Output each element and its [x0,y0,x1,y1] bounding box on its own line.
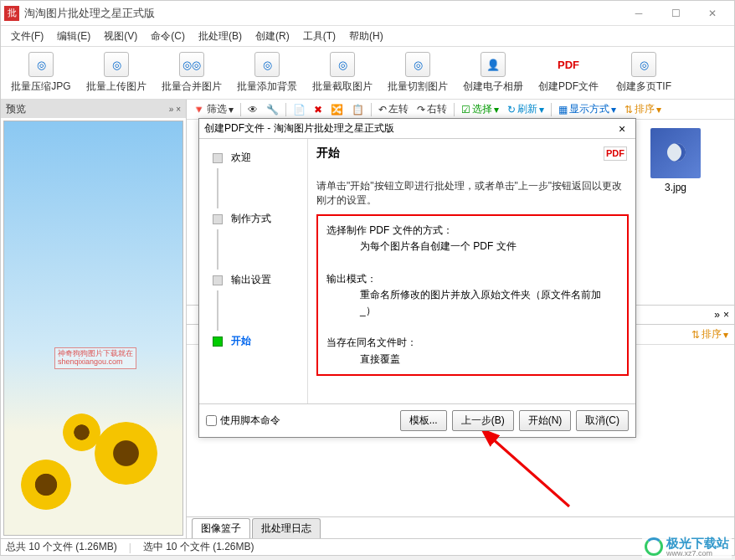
toolbar-add-bg[interactable]: ◎批量添加背景 [230,49,304,96]
image-icon: ◎◎ [179,52,204,77]
toolbar-crop[interactable]: ◎批量截取图片 [306,49,379,96]
display-mode-button[interactable]: ▦显示方式 ▾ [555,100,619,118]
use-script-checkbox[interactable]: 使用脚本命令 [206,414,395,428]
swirl-icon [645,537,663,556]
image-icon: 👤 [481,52,506,77]
image-icon: ◎ [28,52,54,77]
toggle-icon[interactable]: 🔀 [327,102,347,117]
menu-edit[interactable]: 编辑(E) [50,27,97,46]
toolbar-compress-jpg[interactable]: ◎批量压缩JPG [4,49,78,96]
image-icon: ◎ [631,52,656,77]
status-total: 总共 10 个文件 (1.26MB) [6,540,117,554]
tool-icon[interactable]: 🔧 [263,102,282,117]
menu-file[interactable]: 文件(F) [4,27,50,46]
menu-batch[interactable]: 批处理(B) [192,27,249,46]
step-output[interactable]: 输出设置 [204,273,307,287]
dialog-title: 创建PDF文件 - 淘淘图片批处理之星正式版 [204,121,614,136]
menu-view[interactable]: 视图(V) [97,27,144,46]
preview-image[interactable]: 神奇狗狗图片下载就在 shenqixiangou.com [3,121,183,536]
preview-panel: 预览 » × 神奇狗狗图片下载就在 shenqixiangou.com [1,100,187,538]
step-start[interactable]: 开始 [204,334,307,348]
pdf-icon: PDF [556,52,581,77]
filter-button[interactable]: 🔻筛选 ▾ [189,100,237,118]
select-button[interactable]: ☑选择 ▾ [458,100,502,118]
preview-header: 预览 » × [1,100,186,118]
toolbar-slice[interactable]: ◎批量切割图片 [381,49,455,96]
sort-button-2[interactable]: ⇅排序 ▾ [688,326,732,343]
prev-button[interactable]: 上一步(B) [452,410,514,431]
tab-batch-log[interactable]: 批处理日志 [252,518,321,538]
image-icon: ◎ [254,52,280,77]
toolbar-create-pdf[interactable]: PDF创建PDF文件 [532,49,605,96]
window-title: 淘淘图片批处理之星正式版 [24,6,620,21]
chevron-icon[interactable]: » [714,309,720,321]
tab-image-basket[interactable]: 图像篮子 [192,518,250,538]
menu-tools[interactable]: 工具(T) [296,27,342,46]
status-selected: 选中 10 个文件 (1.26MB) [143,540,254,554]
dialog-header: 开始 PDF [308,139,635,167]
dialog-titlebar: 创建PDF文件 - 淘淘图片批处理之星正式版 × [199,119,635,139]
close-button[interactable]: ✕ [694,2,731,25]
maximize-button[interactable]: ☐ [657,2,694,25]
watermark: 神奇狗狗图片下载就在 shenqixiangou.com [54,347,136,369]
chevron-down-icon[interactable]: » × [169,105,181,114]
dialog-summary-box: 选择制作 PDF 文件的方式： 为每个图片各自创建一个 PDF 文件 输出模式：… [316,214,629,376]
copy-icon[interactable]: 📄 [290,102,309,117]
delete-icon[interactable]: ✖ [311,102,326,117]
menu-command[interactable]: 命令(C) [144,27,192,46]
start-button[interactable]: 开始(N) [519,410,572,431]
thumbnail-image [650,128,701,178]
thumbnail-toolbar: 🔻筛选 ▾ 👁 🔧 📄 ✖ 🔀 📋 ↶左转 ↷右转 ☑选择 ▾ ↻刷新 ▾ ▦显… [187,100,734,120]
toolbar-merge[interactable]: ◎◎批量合并图片 [155,49,229,96]
dialog-heading: 开始 [316,146,604,161]
step-method[interactable]: 制作方式 [204,212,307,226]
image-icon: ◎ [405,52,430,77]
dialog-steps-nav: 欢迎 制作方式 输出设置 开始 [199,139,308,403]
brand-url: www.xz7.com [666,549,729,557]
menubar: 文件(F) 编辑(E) 视图(V) 命令(C) 批处理(B) 创建(R) 工具(… [1,26,734,46]
rotate-left-button[interactable]: ↶左转 [375,100,412,118]
sort-button[interactable]: ⇅排序 ▾ [621,100,665,118]
minimize-button[interactable]: ─ [620,2,657,25]
menu-create[interactable]: 创建(R) [249,27,296,46]
refresh-button[interactable]: ↻刷新 ▾ [504,100,547,118]
site-logo: 极光下载站 www.xz7.com [642,535,732,558]
dialog-close-button[interactable]: × [614,122,630,136]
rotate-right-button[interactable]: ↷右转 [414,100,450,118]
template-button[interactable]: 模板... [400,410,447,431]
main-toolbar: ◎批量压缩JPG ◎批量上传图片 ◎◎批量合并图片 ◎批量添加背景 ◎批量截取图… [1,46,734,100]
checkbox-input[interactable] [206,415,217,426]
preview-image-container: 神奇狗狗图片下载就在 shenqixiangou.com [1,118,186,538]
cancel-button[interactable]: 取消(C) [576,410,629,431]
create-pdf-dialog: 创建PDF文件 - 淘淘图片批处理之星正式版 × 欢迎 制作方式 输出设置 开始… [198,118,636,438]
dialog-description: 请单击"开始"按钮立即进行批处理，或者单击"上一步"按钮返回以更改刚才的设置。 [308,176,635,211]
app-logo: 批 [4,6,19,21]
thumbnail-item[interactable]: 3.jpg [642,128,709,193]
toolbar-upload[interactable]: ◎批量上传图片 [80,49,153,96]
image-icon: ◎ [330,52,355,77]
pdf-icon: PDF [604,146,627,161]
step-welcome[interactable]: 欢迎 [204,151,307,165]
preview-title: 预览 [6,102,26,116]
statusbar: 总共 10 个文件 (1.26MB) | 选中 10 个文件 (1.26MB) [1,538,734,555]
close-panel-icon[interactable]: × [723,309,729,321]
menu-help[interactable]: 帮助(H) [342,27,390,46]
toolbar-album[interactable]: 👤创建电子相册 [456,49,530,96]
image-icon: ◎ [104,52,129,77]
eye-icon[interactable]: 👁 [244,102,261,117]
titlebar: 批 淘淘图片批处理之星正式版 ─ ☐ ✕ [1,1,734,26]
brand-name: 极光下载站 [666,536,729,550]
thumbnail-label: 3.jpg [642,182,709,193]
tool-icon[interactable]: 📋 [348,102,368,117]
dialog-footer: 使用脚本命令 模板... 上一步(B) 开始(N) 取消(C) [199,403,635,437]
toolbar-create-tif[interactable]: ◎创建多页TIF [607,49,681,96]
